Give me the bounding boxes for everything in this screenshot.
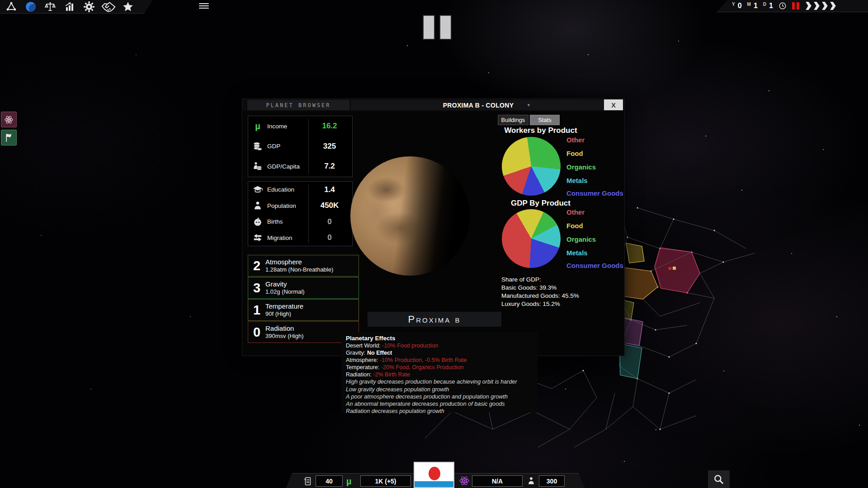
share-basic-goods: Basic Goods: 39.3%: [501, 284, 557, 291]
workers-chart-title: Workers by Product: [468, 126, 613, 135]
scroll-icon: [303, 476, 313, 488]
gear-icon: [83, 1, 95, 13]
stat-row-education: Education 1.4: [248, 182, 352, 198]
legend-metals: Metals: [566, 177, 588, 184]
coins-icon: [251, 141, 264, 152]
share-of-gdp-heading: Share of GDP:: [501, 276, 541, 283]
economy-stats-box: µ Income 16.2 GDP 325 GDP/Capita 7.2: [248, 116, 353, 177]
handshake-icon: [101, 1, 116, 13]
effects-note: A poor atmosphere decreases production a…: [346, 393, 533, 400]
effect-desert-world: Desert World: -10% Food production: [346, 342, 533, 349]
tab-stats[interactable]: Stats: [530, 115, 560, 125]
tab-buildings[interactable]: Buildings: [498, 115, 528, 125]
empire-flag-button[interactable]: [414, 462, 454, 488]
demographics-stats-box: Education 1.4 Population 450K Births 0 M…: [248, 181, 353, 246]
legend-other: Other: [566, 208, 585, 216]
stat-row-population: Population 450K: [248, 198, 352, 214]
person-coins-icon: [251, 161, 264, 172]
baby-face-icon: [251, 217, 264, 227]
income-value: 16.2: [309, 122, 350, 131]
research-atom-icon: [459, 475, 470, 488]
stat-row-migration: Migration 0: [248, 230, 352, 246]
stat-row-gdp: GDP 325: [248, 136, 352, 157]
workers-pie-chart: [502, 137, 561, 196]
effects-title: Planetary Effects: [346, 335, 533, 342]
stat-row-gdp-capita: GDP/Capita 7.2: [248, 156, 352, 177]
research-value[interactable]: N/A: [472, 475, 523, 487]
statistics-button[interactable]: [62, 1, 77, 13]
trade-button[interactable]: [101, 1, 116, 13]
flag-emblem: [429, 467, 440, 480]
scales-icon: [43, 1, 57, 13]
diplomacy-scales-button[interactable]: [42, 1, 58, 13]
legend-food: Food: [566, 150, 583, 157]
population-count[interactable]: 300: [539, 475, 565, 487]
effect-radiation: Radiation: -2% Birth Rate: [346, 371, 533, 378]
legend-food: Food: [566, 222, 583, 230]
effects-note: High gravity decreases production becaus…: [346, 378, 533, 385]
effect-gravity: Gravity: No Effect: [346, 349, 533, 357]
treasury-value[interactable]: 1K (+5): [360, 475, 411, 487]
speed-chevron-icon: [829, 2, 837, 10]
main-toolbar: [0, 0, 153, 14]
star-icon: [122, 1, 134, 13]
money-mu-icon: µ: [346, 477, 352, 486]
favorites-button[interactable]: [120, 1, 136, 13]
hamburger-icon: [199, 3, 209, 5]
clock-icon: [778, 2, 787, 10]
legend-other: Other: [566, 136, 585, 144]
temperature-box: 1 Temperature 90f (High): [248, 299, 359, 321]
network-icon: [5, 1, 18, 12]
atom-icon: [4, 114, 14, 126]
population-icon: [527, 476, 536, 488]
speed-chevron-icon: [821, 2, 829, 10]
legend-organics: Organics: [566, 235, 596, 243]
effects-note: An abnormal temperature decreases produc…: [346, 400, 533, 408]
planet-browser-window: PLANET BROWSER PROXIMA B - COLONY ▾ X µ …: [242, 99, 625, 356]
person-icon: [251, 201, 264, 211]
year-label: Y: [732, 2, 735, 7]
planet-name-label: Proxima b: [368, 312, 501, 327]
effects-note: Low gravity decreases population growth: [346, 386, 533, 393]
gdp-chart-title: GDP By Product: [468, 199, 613, 208]
income-mu-icon: µ: [251, 122, 264, 131]
stat-row-births: Births 0: [248, 214, 352, 230]
settings-button[interactable]: [81, 1, 97, 13]
effects-note: Radiation decreases population growth: [346, 408, 533, 415]
flag-icon: [4, 132, 14, 143]
search-button[interactable]: [708, 470, 730, 488]
effect-temperature: Temperature: -20% Food, Organics Product…: [346, 364, 533, 371]
planet-icon: [24, 1, 37, 13]
game-screen: Y 0 M 1 D 1 PLANET BROWSER PROXIMA B - C…: [0, 0, 868, 488]
planet-selector-dropdown[interactable]: PROXIMA B - COLONY ▾: [351, 100, 606, 110]
legend-metals: Metals: [566, 249, 588, 257]
menu-button[interactable]: [199, 2, 209, 10]
reports-count[interactable]: 40: [316, 475, 343, 487]
flag-stripe: [415, 481, 453, 487]
paused-indicator-icon: [423, 15, 452, 40]
window-title: PLANET BROWSER: [247, 100, 349, 110]
gdp-pie-chart: [502, 209, 561, 268]
close-button[interactable]: X: [604, 99, 623, 110]
graduation-cap-icon: [251, 185, 264, 195]
planets-button[interactable]: [23, 1, 38, 13]
territory-polygons: [619, 243, 700, 379]
speed-chevrons[interactable]: [805, 2, 837, 10]
fleet-network-button[interactable]: [4, 1, 19, 13]
month-value: 1: [754, 2, 758, 10]
month-label: M: [747, 2, 751, 7]
gdp-capita-value: 7.2: [309, 162, 350, 171]
legend-organics: Organics: [566, 163, 596, 171]
legend-consumer-goods: Consumer Goods: [566, 262, 623, 269]
bar-chart-icon: [64, 1, 75, 12]
research-button[interactable]: [1, 112, 17, 127]
colonies-flag-button[interactable]: [1, 130, 17, 145]
gdp-value: 325: [309, 142, 350, 151]
pause-speed-button[interactable]: [792, 2, 799, 9]
window-header: PLANET BROWSER PROXIMA B - COLONY ▾ X: [242, 99, 624, 111]
speed-chevron-icon: [813, 2, 821, 10]
share-manufactured-goods: Manufactured Goods: 45.5%: [501, 292, 579, 299]
selected-planet-label: PROXIMA B - COLONY: [443, 102, 514, 109]
day-label: D: [763, 2, 766, 7]
atmosphere-box: 2 Atmosphere 1.28atm (Non-Breathable): [248, 255, 359, 277]
